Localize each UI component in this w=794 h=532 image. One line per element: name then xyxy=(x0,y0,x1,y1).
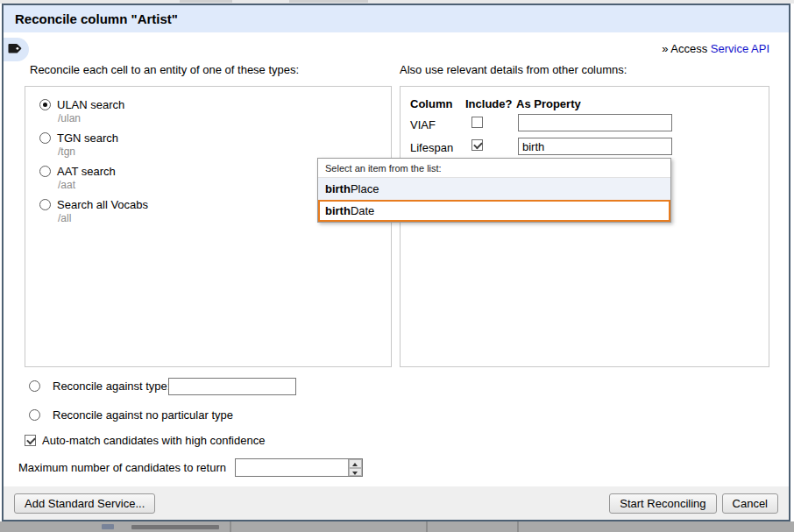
vocab-option-tgn[interactable]: TGN search /tgn xyxy=(39,131,391,158)
suggest-item-birthplace[interactable]: birthPlace xyxy=(318,177,670,200)
against-type-input[interactable] xyxy=(168,378,296,395)
radio-no-type[interactable] xyxy=(29,409,40,421)
suggest-item-birthdate[interactable]: birthDate xyxy=(318,200,670,222)
suggest-dropdown: Select an item from the list: birthPlace… xyxy=(317,158,671,223)
background-artifact xyxy=(131,525,219,529)
dialog-footer: Add Standard Service... Start Reconcilin… xyxy=(4,486,789,520)
vocab-id: /ulan xyxy=(58,112,391,124)
details-panel: Column Include? As Property VIAF Lifespa… xyxy=(400,86,769,367)
dialog-title: Reconcile column "Artist" xyxy=(15,11,178,26)
background-divider xyxy=(426,521,428,532)
radio-against-type[interactable] xyxy=(29,380,40,392)
access-prefix: » Access xyxy=(662,42,711,55)
automatch-option[interactable]: Auto-match candidates with high confiden… xyxy=(25,434,265,447)
automatch-checkbox[interactable] xyxy=(25,435,36,446)
background-artifact xyxy=(180,0,232,3)
reconcile-dialog: Reconcile column "Artist" » Access Servi… xyxy=(2,4,790,521)
no-type-label: Reconcile against no particular type xyxy=(53,408,233,422)
left-panel-heading: Reconcile each cell to an entity of one … xyxy=(30,63,299,76)
service-api-link[interactable]: Service API xyxy=(711,42,769,55)
add-standard-service-button[interactable]: Add Standard Service... xyxy=(14,493,155,514)
right-panel-heading: Also use relevant details from other col… xyxy=(400,63,627,76)
vocab-label: ULAN search xyxy=(57,98,124,111)
vocab-option-ulan[interactable]: ULAN search /ulan xyxy=(39,98,391,124)
include-checkbox-lifespan[interactable] xyxy=(471,139,483,151)
radio-ulan[interactable] xyxy=(39,99,51,110)
spinner-down-icon[interactable] xyxy=(349,468,362,477)
col-header-property: As Property xyxy=(516,97,581,110)
reconcile-tab-pill xyxy=(4,38,29,61)
dialog-titlebar: Reconcile column "Artist" xyxy=(4,5,789,32)
max-candidates-label: Maximum number of candidates to return xyxy=(18,461,226,474)
vocab-label: TGN search xyxy=(57,131,118,145)
footer-button-group: Start Reconciling Cancel xyxy=(609,493,778,514)
col-header-column: Column xyxy=(410,97,452,110)
property-input-viaf[interactable] xyxy=(518,114,672,131)
max-candidates-option: Maximum number of candidates to return xyxy=(18,461,226,474)
suggest-item-rest: Date xyxy=(351,204,374,217)
col-header-include: Include? xyxy=(465,97,512,110)
radio-aat[interactable] xyxy=(39,166,51,177)
against-type-label: Reconcile against type: xyxy=(53,379,170,393)
access-service-api: » Access Service API xyxy=(662,42,769,55)
cancel-button[interactable]: Cancel xyxy=(722,493,778,514)
background-divider xyxy=(517,521,519,532)
type-list-panel: ULAN search /ulan TGN search /tgn xyxy=(25,86,392,367)
property-input-lifespan[interactable] xyxy=(518,138,672,155)
spinner-buttons xyxy=(348,459,362,476)
tag-icon xyxy=(8,42,23,58)
radio-all[interactable] xyxy=(39,199,51,210)
start-reconciling-button[interactable]: Start Reconciling xyxy=(609,493,716,514)
vocab-id: /tgn xyxy=(58,145,391,158)
suggest-dropdown-header: Select an item from the list: xyxy=(318,159,670,177)
background-artifact xyxy=(102,524,114,529)
background-page-bottom xyxy=(0,521,794,532)
reconcile-against-type-option[interactable]: Reconcile against type: xyxy=(29,379,170,393)
detail-row-column: VIAF xyxy=(410,118,436,131)
screen: Reconcile column "Artist" » Access Servi… xyxy=(0,0,794,532)
no-particular-type-option[interactable]: Reconcile against no particular type xyxy=(29,408,233,422)
suggest-item-bold: birth xyxy=(325,204,351,217)
max-candidates-spinner xyxy=(235,458,363,477)
max-candidates-input[interactable] xyxy=(236,459,348,476)
suggest-item-rest: Place xyxy=(351,182,379,195)
automatch-label: Auto-match candidates with high confiden… xyxy=(42,434,265,447)
include-checkbox-viaf[interactable] xyxy=(471,117,483,128)
background-divider xyxy=(230,521,231,532)
spinner-up-icon[interactable] xyxy=(349,459,362,468)
detail-row-column: Lifespan xyxy=(410,141,453,154)
vocab-label: Search all Vocabs xyxy=(57,198,148,211)
background-artifact xyxy=(289,0,368,3)
dialog-body: » Access Service API Reconcile each cell… xyxy=(4,32,789,486)
suggest-item-bold: birth xyxy=(325,182,351,195)
vocab-label: AAT search xyxy=(57,165,116,178)
radio-tgn[interactable] xyxy=(39,132,51,144)
